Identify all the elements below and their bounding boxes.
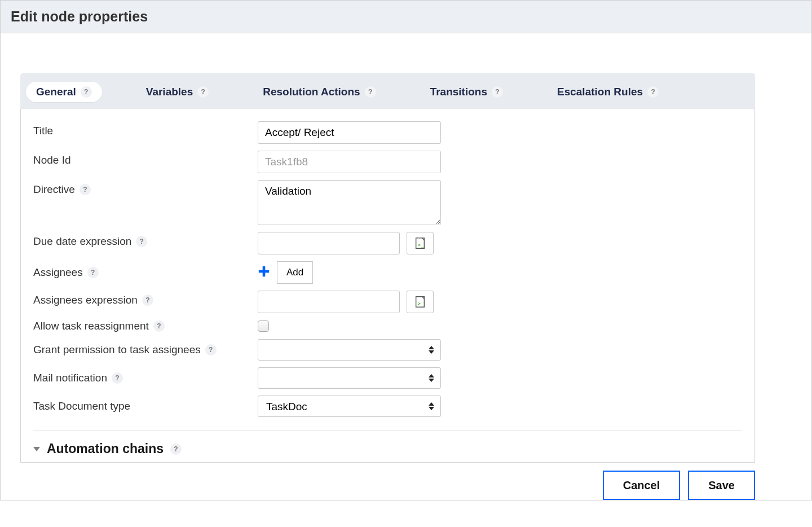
cancel-button[interactable]: Cancel [603, 471, 681, 500]
help-icon[interactable]: ? [87, 267, 99, 278]
tab-escalation-label: Escalation Rules [557, 86, 643, 98]
directive-input[interactable]: Validation [258, 180, 441, 225]
assignees-label: Assignees ? [33, 266, 258, 279]
help-icon[interactable]: ? [365, 86, 376, 98]
due-date-input[interactable] [258, 232, 400, 254]
tab-transitions[interactable]: Transitions ? [420, 82, 513, 102]
help-icon[interactable]: ? [136, 236, 147, 247]
grant-perm-select[interactable] [258, 339, 441, 361]
grant-perm-label: Grant permission to task assignees ? [33, 344, 258, 356]
help-icon[interactable]: ? [205, 344, 217, 355]
help-icon[interactable]: ? [142, 295, 153, 306]
assignees-expr-label: Assignees expression ? [33, 291, 258, 306]
task-doc-type-label: Task Document type [33, 400, 258, 412]
tab-variables[interactable]: Variables ? [136, 82, 219, 102]
svg-text:>_: >_ [417, 241, 424, 248]
help-icon[interactable]: ? [80, 184, 91, 195]
tab-resolution-actions[interactable]: Resolution Actions ? [253, 82, 386, 102]
tab-bar: General ? Variables ? Resolution Actions… [20, 73, 755, 109]
help-icon[interactable]: ? [81, 86, 92, 98]
help-icon[interactable]: ? [153, 320, 165, 332]
automation-chains-title: Automation chains [47, 441, 164, 456]
expression-editor-button[interactable]: >_ [407, 291, 434, 313]
dialog-title: Edit node properties [11, 8, 801, 25]
tab-transitions-label: Transitions [430, 86, 487, 98]
dialog-header: Edit node properties [1, 1, 811, 33]
tab-resolution-label: Resolution Actions [263, 86, 360, 98]
script-icon: >_ [414, 296, 426, 308]
tab-general[interactable]: General ? [26, 82, 102, 102]
task-doc-type-select[interactable]: TaskDoc [258, 396, 441, 417]
help-icon[interactable]: ? [170, 443, 182, 455]
tab-variables-label: Variables [146, 86, 193, 98]
help-icon[interactable]: ? [647, 86, 659, 98]
divider [33, 431, 742, 431]
help-icon[interactable]: ? [492, 86, 503, 98]
add-assignee-button[interactable]: Add [277, 261, 313, 284]
assignees-expr-input[interactable] [258, 291, 400, 313]
help-icon[interactable]: ? [112, 372, 123, 384]
allow-reassign-label: Allow task reassignment ? [33, 320, 258, 332]
script-icon: >_ [414, 237, 426, 249]
svg-rect-2 [259, 270, 269, 273]
mail-notif-select[interactable] [258, 367, 441, 389]
tab-general-label: General [36, 86, 76, 98]
disclosure-triangle-icon[interactable] [33, 447, 40, 451]
due-date-label: Due date expression ? [33, 232, 258, 248]
node-id-input [258, 151, 441, 173]
node-id-label: Node Id [33, 151, 258, 166]
tab-escalation-rules[interactable]: Escalation Rules ? [547, 82, 669, 102]
save-button[interactable]: Save [688, 471, 755, 500]
expression-editor-button[interactable]: >_ [407, 232, 434, 254]
title-label: Title [33, 121, 258, 137]
help-icon[interactable]: ? [197, 86, 209, 98]
svg-text:>_: >_ [417, 300, 424, 306]
directive-label: Directive ? [33, 180, 258, 196]
plus-icon[interactable] [258, 265, 270, 280]
mail-notif-label: Mail notification ? [33, 372, 258, 384]
title-input[interactable] [258, 121, 441, 144]
allow-reassign-checkbox[interactable] [258, 320, 269, 332]
